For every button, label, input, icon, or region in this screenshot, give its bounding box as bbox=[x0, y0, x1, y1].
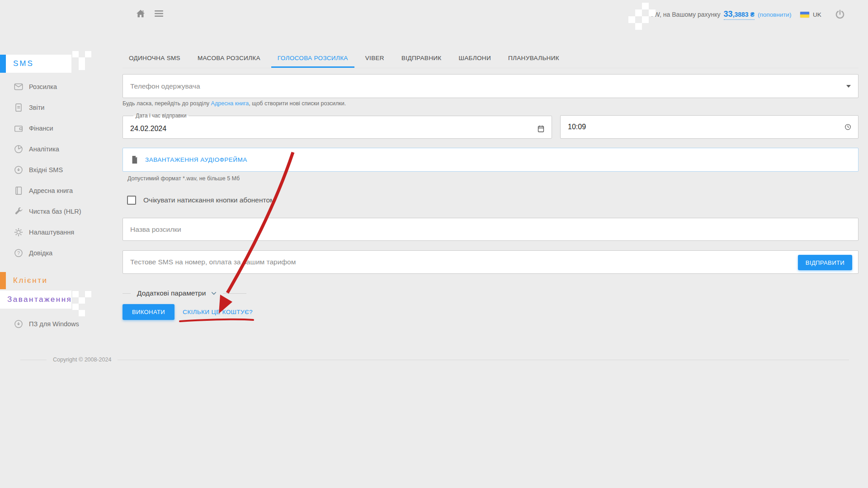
send-time-field[interactable] bbox=[560, 115, 859, 139]
sidebar-item-label: Адресна книга bbox=[24, 187, 73, 194]
sidebar-item-label: Чистка баз (HLR) bbox=[24, 208, 81, 215]
additional-params-row: Додаткові параметри bbox=[123, 288, 859, 298]
copyright: Copyright © 2008-2024 bbox=[20, 357, 849, 363]
datetime-row: Дата і час відправки bbox=[123, 113, 859, 139]
divider bbox=[223, 293, 246, 294]
language-label: UK bbox=[813, 11, 821, 18]
execute-button[interactable]: ВИКОНАТИ bbox=[123, 304, 175, 320]
download-circle-icon bbox=[14, 319, 24, 329]
sidebar-item-windows-software[interactable]: ПЗ для Windows bbox=[0, 314, 122, 334]
top-bar: TW, на Вашому рахунку 33,3883 ₴ (поповни… bbox=[0, 0, 868, 29]
inbox-download-icon bbox=[14, 165, 24, 175]
sidebar-item-inbound-sms[interactable]: Вхідні SMS bbox=[0, 160, 122, 180]
chevron-down-icon[interactable] bbox=[846, 85, 851, 88]
section-label: Завантаження bbox=[0, 295, 72, 304]
section-accent-bar bbox=[0, 272, 6, 289]
sidebar-item-finance[interactable]: Фінанси bbox=[0, 118, 122, 139]
sidebar-item-hlr[interactable]: Чистка баз (HLR) bbox=[0, 201, 122, 222]
sidebar-item-label: Аналітика bbox=[24, 145, 59, 153]
home-icon[interactable] bbox=[136, 9, 146, 18]
sidebar-section-downloads[interactable]: Завантаження bbox=[0, 291, 71, 309]
sidebar-item-label: ПЗ для Windows bbox=[24, 320, 79, 328]
tab-mass-mailing[interactable]: МАСОВА РОЗСИЛКА bbox=[191, 50, 267, 68]
sidebar-item-label: Довідка bbox=[24, 249, 52, 257]
sidebar-item-label: Вхідні SMS bbox=[24, 166, 63, 174]
tab-templates[interactable]: ШАБЛОНИ bbox=[453, 50, 498, 68]
divider bbox=[20, 360, 47, 360]
calendar-icon[interactable] bbox=[537, 124, 545, 133]
cost-link[interactable]: СКІЛЬКИ ЦЕ КОШТУЄ? bbox=[183, 309, 253, 315]
sidebar-item-settings[interactable]: Налаштування bbox=[0, 222, 122, 243]
test-sms-input[interactable] bbox=[130, 258, 790, 266]
divider bbox=[118, 360, 849, 360]
account-balance: TW, на Вашому рахунку 33,3883 ₴ (поповни… bbox=[650, 0, 791, 29]
sidebar-item-analytics[interactable]: Аналітика bbox=[0, 139, 122, 160]
pixel-decor bbox=[69, 47, 96, 75]
sidebar-item-address-book[interactable]: Адресна книга bbox=[0, 180, 122, 201]
main-content: ОДИНОЧНА SMS МАСОВА РОЗСИЛКА ГОЛОСОВА РО… bbox=[123, 50, 859, 320]
wait-keypress-label: Очікувати натискання кнопки абонентом bbox=[136, 196, 275, 204]
gear-icon bbox=[14, 227, 24, 237]
actions-row: ВИКОНАТИ СКІЛЬКИ ЦЕ КОШТУЄ? bbox=[123, 304, 859, 320]
send-date-field[interactable]: Дата і час відправки bbox=[123, 113, 552, 139]
sidebar-downloads-list: ПЗ для Windows bbox=[0, 314, 122, 334]
sidebar-item-reports[interactable]: Звіти bbox=[0, 97, 122, 118]
pie-chart-icon bbox=[14, 144, 24, 154]
wait-keypress-row: Очікувати натискання кнопки абонентом bbox=[123, 195, 859, 206]
upload-label: ЗАВАНТАЖЕННЯ АУДІОФРЕЙМА bbox=[145, 156, 247, 163]
report-document-icon bbox=[14, 103, 24, 113]
sidebar-sms-list: Розсилка Звіти Фінанси Аналітика Вхідні … bbox=[0, 76, 122, 263]
address-book-icon bbox=[14, 186, 24, 196]
hamburger-menu-icon[interactable] bbox=[155, 10, 163, 17]
address-book-hint: Будь ласка, перейдіть до розділу Адресна… bbox=[123, 100, 859, 107]
recipient-phone-input[interactable] bbox=[130, 82, 846, 90]
recipient-phone-field[interactable] bbox=[123, 74, 859, 98]
test-sms-field[interactable]: ВІДПРАВИТИ bbox=[123, 250, 859, 274]
file-icon bbox=[131, 155, 138, 164]
sidebar-item-label: Звіти bbox=[24, 104, 44, 111]
help-circle-icon: ? bbox=[14, 248, 24, 258]
sidebar-item-label: Розсилка bbox=[24, 83, 57, 90]
section-label: SMS bbox=[6, 59, 34, 68]
tab-scheduler[interactable]: ПЛАНУВАЛЬНИК bbox=[502, 50, 566, 68]
datetime-legend: Дата і час відправки bbox=[133, 113, 189, 119]
tab-voice-mailing[interactable]: ГОЛОСОВА РОЗСИЛКА bbox=[271, 50, 354, 68]
balance-prefix: TW, на Вашому рахунку bbox=[650, 11, 721, 18]
mailing-name-input[interactable] bbox=[130, 225, 851, 234]
sidebar-item-help[interactable]: ? Довідка bbox=[0, 243, 122, 263]
language-selector[interactable]: UK bbox=[800, 0, 821, 29]
svg-text:?: ? bbox=[17, 251, 20, 256]
audio-upload-button[interactable]: ЗАВАНТАЖЕННЯ АУДІОФРЕЙМА bbox=[123, 148, 859, 172]
upload-format-hint: Допустимий формат *.wav, не більше 5 Мб bbox=[123, 175, 859, 182]
tab-sender[interactable]: ВІДПРАВНИК bbox=[395, 50, 448, 68]
copyright-text: Copyright © 2008-2024 bbox=[53, 357, 111, 363]
envelope-icon bbox=[14, 82, 24, 92]
wallet-icon bbox=[14, 123, 24, 133]
chevron-down-icon[interactable] bbox=[210, 290, 217, 297]
ukraine-flag-icon bbox=[800, 12, 809, 18]
divider bbox=[123, 293, 131, 294]
logout-power-icon[interactable] bbox=[835, 9, 845, 20]
tab-bar: ОДИНОЧНА SMS МАСОВА РОЗСИЛКА ГОЛОСОВА РО… bbox=[123, 50, 859, 68]
mailing-name-field[interactable] bbox=[123, 218, 859, 241]
sidebar-section-sms[interactable]: SMS bbox=[0, 55, 71, 73]
tab-viber[interactable]: VIBER bbox=[359, 50, 391, 68]
topup-link[interactable]: (поповнити) bbox=[758, 11, 792, 18]
section-accent-bar bbox=[0, 55, 6, 73]
wait-keypress-checkbox[interactable] bbox=[127, 196, 136, 205]
wrench-icon bbox=[14, 206, 24, 216]
sidebar-item-label: Налаштування bbox=[24, 229, 74, 236]
sidebar-item-mailing[interactable]: Розсилка bbox=[0, 76, 122, 97]
additional-params-toggle[interactable]: Додаткові параметри bbox=[137, 289, 206, 297]
tab-single-sms[interactable]: ОДИНОЧНА SMS bbox=[123, 50, 187, 68]
time-input[interactable] bbox=[568, 123, 851, 131]
balance-amount[interactable]: 33,3883 ₴ bbox=[724, 9, 755, 20]
clock-icon[interactable] bbox=[844, 123, 852, 131]
send-test-button[interactable]: ВІДПРАВИТИ bbox=[798, 255, 852, 270]
date-input[interactable] bbox=[130, 125, 266, 133]
sidebar-section-clients[interactable]: Клієнти bbox=[0, 272, 71, 289]
section-label: Клієнти bbox=[6, 276, 47, 285]
sidebar-item-label: Фінанси bbox=[24, 125, 53, 132]
address-book-link[interactable]: Адресна книга bbox=[211, 100, 249, 107]
